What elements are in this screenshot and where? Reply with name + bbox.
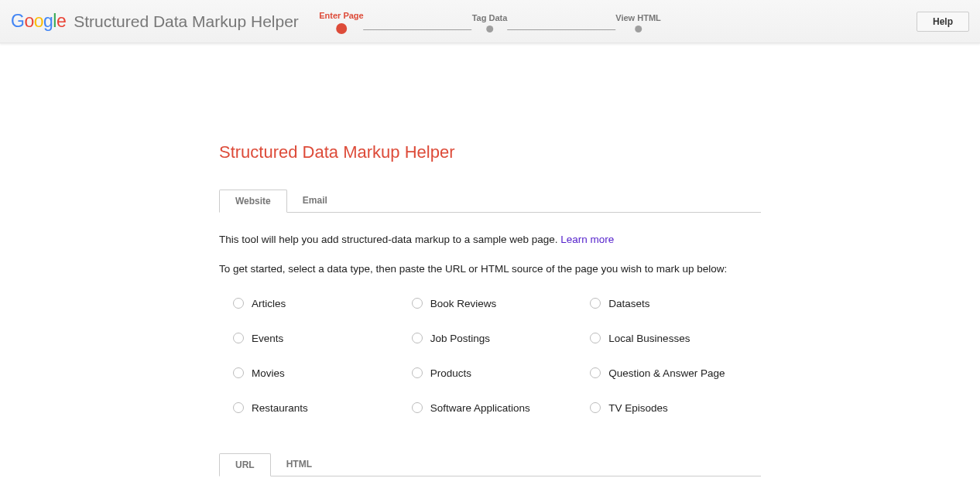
radio-icon — [590, 367, 601, 378]
app-title: Structured Data Markup Helper — [74, 12, 299, 31]
radio-label: Job Postings — [430, 333, 490, 344]
radio-articles[interactable]: Articles — [233, 298, 404, 309]
radio-job-postings[interactable]: Job Postings — [412, 333, 583, 344]
radio-icon — [412, 402, 423, 413]
radio-label: Articles — [252, 298, 286, 309]
radio-tv-episodes[interactable]: TV Episodes — [590, 402, 761, 414]
progress-steps: Enter Page Tag Data View HTML — [319, 11, 661, 34]
learn-more-link[interactable]: Learn more — [560, 234, 614, 245]
radio-events[interactable]: Events — [233, 333, 404, 344]
radio-label: Events — [252, 333, 283, 344]
radio-icon — [233, 367, 244, 378]
radio-label: Question & Answer Page — [608, 367, 725, 379]
radio-restaurants[interactable]: Restaurants — [233, 402, 404, 414]
step-connector — [507, 29, 615, 30]
radio-label: Book Reviews — [430, 298, 497, 309]
radio-qa-page[interactable]: Question & Answer Page — [590, 367, 761, 379]
radio-icon — [233, 333, 244, 343]
radio-local-businesses[interactable]: Local Businesses — [590, 333, 761, 344]
radio-label: Software Applications — [430, 402, 530, 414]
radio-icon — [412, 333, 423, 343]
radio-icon — [590, 402, 601, 413]
radio-icon — [233, 402, 244, 413]
tab-website[interactable]: Website — [219, 190, 287, 213]
step-dot-icon — [635, 26, 642, 32]
radio-products[interactable]: Products — [412, 367, 583, 379]
content-type-tabs: Website Email — [219, 189, 761, 213]
radio-icon — [412, 367, 423, 378]
tab-url[interactable]: URL — [219, 453, 271, 476]
radio-label: Local Businesses — [608, 333, 690, 344]
step-label-enter-page: Enter Page — [319, 11, 363, 20]
help-button[interactable]: Help — [917, 12, 969, 32]
instruction-text: To get started, select a data type, then… — [219, 263, 761, 275]
tab-html[interactable]: HTML — [271, 453, 327, 476]
step-dot-icon — [336, 23, 347, 34]
radio-label: Restaurants — [252, 402, 308, 414]
radio-label: Movies — [252, 367, 285, 379]
data-type-grid: Articles Book Reviews Datasets Events Jo… — [219, 298, 761, 414]
step-label-tag-data: Tag Data — [472, 13, 508, 22]
radio-label: TV Episodes — [608, 402, 668, 414]
radio-movies[interactable]: Movies — [233, 367, 404, 379]
page-title: Structured Data Markup Helper — [219, 142, 761, 162]
radio-label: Products — [430, 367, 471, 379]
radio-icon — [590, 298, 601, 309]
source-tabs: URL HTML — [219, 453, 761, 476]
step-label-view-html: View HTML — [615, 13, 660, 22]
radio-software-apps[interactable]: Software Applications — [412, 402, 583, 414]
radio-icon — [233, 298, 244, 309]
google-logo: Google — [11, 11, 66, 32]
step-dot-icon — [486, 26, 493, 32]
radio-book-reviews[interactable]: Book Reviews — [412, 298, 583, 309]
radio-label: Datasets — [608, 298, 649, 309]
step-connector — [364, 29, 472, 30]
intro-text: This tool will help you add structured-d… — [219, 233, 761, 248]
radio-icon — [412, 298, 423, 309]
app-header: Google Structured Data Markup Helper Ent… — [0, 0, 980, 43]
tab-email[interactable]: Email — [287, 190, 343, 213]
radio-icon — [590, 333, 601, 343]
radio-datasets[interactable]: Datasets — [590, 298, 761, 309]
main-content: Structured Data Markup Helper Website Em… — [219, 43, 761, 485]
